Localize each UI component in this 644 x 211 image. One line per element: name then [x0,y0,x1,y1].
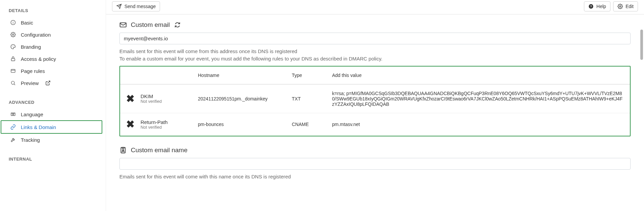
gear-icon [10,32,16,38]
custom-email-heading: Custom email [119,16,631,33]
content-scroll-area[interactable]: Custom email Emails sent for this event … [106,14,644,211]
gear-icon [618,4,623,9]
sidebar-item-preview[interactable]: Preview [7,77,99,89]
svg-point-2 [13,21,13,22]
sidebar-item-label: Tracking [21,137,40,143]
svg-rect-23 [121,147,125,153]
info-icon [10,19,16,26]
sidebar-item-links-domain[interactable]: Links & Domain [1,120,102,134]
col-value: Add this value [328,67,630,84]
dns-record-name: DKIM [141,93,162,99]
heading-text: Custom email [131,21,170,29]
sidebar-item-language[interactable]: Language [7,108,99,120]
dns-record-name: Return-Path [141,119,168,125]
dns-record-status: Not verified [141,99,162,104]
sidebar-item-label: Branding [21,44,41,50]
main-pane: Send message ? Help Edit Custom email [106,0,644,211]
dns-table: Hostname Type Add this value ✖ DKIM Not … [119,66,631,136]
sidebar-item-label: Basic [21,20,33,26]
helper-line: To enable a custom email for your event,… [119,55,631,62]
dns-record-status: Not verified [141,125,168,130]
edit-button[interactable]: Edit [613,1,638,11]
help-button[interactable]: ? Help [584,1,610,11]
refresh-icon[interactable] [174,22,180,28]
dns-type: CNAME [288,116,328,133]
svg-rect-13 [11,113,13,116]
svg-point-10 [11,81,14,84]
status-not-verified-icon: ✖ [126,119,135,129]
svg-rect-14 [13,113,15,116]
dns-value: k=rsa; p=MIGfMA0GCSqGSIb3DQEBAQUAA4GNADC… [328,85,630,113]
sidebar: DETAILS Basic Configuration Branding Acc… [0,0,106,211]
button-label: Help [596,4,606,9]
dns-value: pm.mtasv.net [328,116,630,133]
sidebar-item-label: Page rules [21,68,45,74]
send-message-button[interactable]: Send message [112,1,160,11]
status-cell: ✖ Return-Path Not verified [120,113,194,136]
svg-line-11 [14,84,15,85]
sidebar-item-page-rules[interactable]: Page rules [7,65,99,77]
sidebar-item-configuration[interactable]: Configuration [7,29,99,41]
id-badge-icon [119,146,127,154]
heading-text: Custom email name [131,146,187,154]
lock-icon [10,56,16,62]
search-icon [10,80,16,86]
svg-point-5 [13,45,13,46]
custom-email-name-helper: Emails sent for this event will come wit… [119,170,631,182]
sidebar-section-details: DETAILS [7,3,99,16]
svg-point-6 [14,46,14,46]
sidebar-item-access-policy[interactable]: Access & policy [7,53,99,65]
svg-rect-24 [122,147,124,149]
svg-point-21 [620,6,621,7]
sidebar-item-label: Links & Domain [21,124,56,130]
status-not-verified-icon: ✖ [126,94,135,104]
sidebar-item-label: Configuration [21,32,51,38]
col-type: Type [288,67,328,84]
tools-icon [10,137,16,143]
button-label: Edit [626,4,634,9]
palette-icon [10,44,16,50]
window-icon [10,68,16,74]
sidebar-item-label: Language [21,112,43,117]
dns-row-dkim: ✖ DKIM Not verified 20241122095151pm._do… [120,84,630,113]
button-label: Send message [124,4,156,9]
status-cell: ✖ DKIM Not verified [120,87,194,110]
svg-text:?: ? [590,5,592,8]
sidebar-section-internal: INTERNAL [7,152,99,165]
svg-point-3 [12,34,14,35]
sidebar-item-basic[interactable]: Basic [7,16,99,29]
sidebar-item-branding[interactable]: Branding [7,41,99,53]
dns-hostname: pm-bounces [194,116,288,133]
external-link-icon [45,80,51,86]
col-hostname: Hostname [194,67,288,84]
svg-point-25 [122,150,124,151]
link-icon [10,124,16,130]
helper-line: Emails sent for this event will come wit… [119,173,631,180]
svg-point-4 [12,46,12,47]
sidebar-section-advanced: ADVANCED [7,95,99,108]
dns-hostname: 20241122095151pm._domainkey [194,90,288,108]
dns-table-header: Hostname Type Add this value [120,67,630,84]
topbar: Send message ? Help Edit [106,0,644,14]
helper-line: Emails sent for this event will come fro… [119,48,631,55]
custom-email-name-input[interactable] [119,158,631,170]
custom-email-input[interactable] [119,33,631,44]
language-icon [10,111,16,117]
dns-row-return-path: ✖ Return-Path Not verified pm-bounces CN… [120,113,630,136]
custom-email-helper: Emails sent for this event will come fro… [119,44,631,64]
sidebar-item-tracking[interactable]: Tracking [7,134,99,146]
scrollbar-thumb[interactable] [640,30,643,60]
svg-rect-7 [11,58,15,61]
custom-email-name-heading: Custom email name [119,142,631,158]
svg-line-12 [48,81,50,83]
help-icon: ? [588,4,594,9]
svg-rect-8 [11,69,15,72]
sidebar-item-label: Preview [21,80,39,86]
sidebar-item-label: Access & policy [21,56,56,62]
dns-type: TXT [288,90,328,108]
envelope-icon [119,21,127,29]
paper-plane-icon [116,4,122,9]
